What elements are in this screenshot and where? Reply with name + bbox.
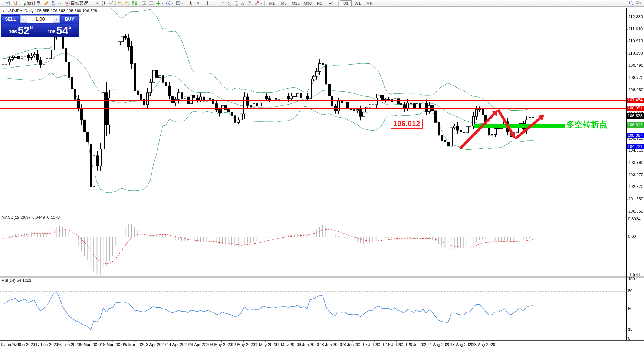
chart-canvas[interactable] [0, 7, 644, 349]
templates-dropdown-arrow[interactable]: ▾ [181, 1, 184, 5]
crayon-button[interactable] [43, 0, 50, 6]
toolbar-separator [338, 1, 339, 6]
periods-dropdown-arrow[interactable]: ▾ [171, 1, 174, 5]
new-order-icon [21, 0, 27, 6]
buy-button[interactable]: BUY [61, 15, 78, 23]
data-window-button[interactable] [11, 0, 18, 6]
line-chart-button[interactable] [107, 0, 114, 6]
data-window-icon [12, 0, 17, 6]
channel-tool-button[interactable]: E [225, 0, 232, 6]
svg-text:F: F [236, 4, 238, 6]
horizontal-line-tool-button[interactable] [211, 0, 218, 6]
sell-price-display[interactable]: 106 52 8 [2, 24, 40, 36]
auto-scroll-icon [141, 0, 147, 6]
price-note-box[interactable]: 106.012 [391, 119, 423, 129]
signals-icon [58, 0, 63, 6]
one-click-trading-panel: SELL ▼ ▲ BUY 106 52 8 106 54 6 [1, 14, 79, 37]
title-marker-icon: ▲ [2, 10, 5, 13]
indicators-dropdown-arrow[interactable]: ▾ [161, 1, 164, 5]
toolbar-separator [19, 1, 19, 6]
new-order-button[interactable]: 新订单 [20, 0, 43, 6]
toolbar-separator [186, 1, 186, 6]
sell-price-prefix: 106 [9, 29, 17, 34]
toolbar-grip [1, 1, 3, 6]
indicators-button[interactable]: ▾ [155, 0, 165, 6]
symbol-ohlc-text: USDJPY-,Daily 105.855 106.693 105.596 10… [6, 9, 97, 13]
expert-advisors-icon [50, 0, 56, 6]
zoom-in-icon [118, 0, 123, 6]
arrows-tool-button[interactable]: ▾ [253, 0, 263, 6]
trendline-icon [219, 0, 224, 6]
chart-shift-icon [148, 0, 154, 6]
templates-button[interactable]: ▾ [175, 0, 185, 6]
signals-button[interactable] [57, 0, 64, 6]
volume-increase-button[interactable]: ▲ [53, 16, 60, 23]
auto-trading-label: 自动交易 [70, 0, 90, 6]
vertical-line-tool-button[interactable] [204, 0, 211, 6]
tile-windows-button[interactable] [131, 0, 138, 6]
svg-text:A: A [241, 1, 244, 6]
chart-window-icon [4, 0, 10, 6]
zoom-out-button[interactable] [124, 0, 131, 6]
timeframe-h4-button[interactable]: H4 [325, 0, 337, 6]
periods-clock-icon [165, 0, 171, 6]
buy-price-display[interactable]: 106 54 6 [40, 24, 78, 36]
turning-point-label[interactable]: 多空转折点 [566, 119, 607, 130]
sell-button[interactable]: SELL [2, 15, 19, 23]
timeframe-w1-button[interactable]: W1 [352, 0, 364, 6]
cursor-tool-button[interactable] [187, 0, 194, 6]
cursor-icon [188, 0, 194, 6]
horizontal-line-icon [212, 0, 217, 6]
templates-icon [175, 0, 181, 6]
text-label-tool-button[interactable]: T [246, 0, 253, 6]
chart-symbol-title: ▲USDJPY-,Daily 105.855 106.693 105.596 1… [2, 9, 97, 13]
crayon-icon [43, 0, 49, 6]
chat-button[interactable] [635, 0, 642, 6]
zoom-in-button[interactable] [117, 0, 124, 6]
timeframe-m30-button[interactable]: M30 [302, 0, 313, 6]
buy-price-main: 54 [56, 26, 68, 35]
sell-price-main: 52 [18, 26, 30, 35]
timeframe-h1-button[interactable]: H1 [313, 0, 325, 6]
timeframe-d1-button[interactable]: D1 [340, 0, 352, 6]
text-tool-button[interactable]: A [239, 0, 246, 6]
buy-price-pip: 6 [69, 24, 71, 30]
timeframe-m5-button[interactable]: M5 [278, 0, 290, 6]
vertical-line-icon [205, 0, 210, 6]
search-button[interactable] [628, 0, 635, 6]
zoom-out-icon [125, 0, 130, 6]
bar-chart-icon [94, 0, 99, 6]
auto-trading-button[interactable]: 自动交易 [64, 0, 91, 6]
candlestick-chart-icon [101, 0, 106, 6]
expert-advisors-button[interactable] [50, 0, 57, 6]
periods-button[interactable]: ▾ [165, 0, 175, 6]
macd-indicator-label: MACD(12,26,9) -0.0449 -0.1078 [1, 215, 60, 220]
arrows-tool-icon [254, 0, 260, 6]
new-order-label: 新订单 [27, 0, 42, 6]
candlestick-chart-button[interactable] [100, 0, 107, 6]
timeframe-m15-button[interactable]: M15 [290, 0, 302, 6]
chart-shift-button[interactable] [148, 0, 155, 6]
indicators-add-icon [155, 0, 161, 6]
volume-input[interactable] [27, 16, 53, 23]
toolbar-separator [139, 1, 139, 6]
toolbar-separator [92, 1, 92, 6]
arrows-dropdown-arrow[interactable]: ▾ [260, 1, 263, 5]
main-toolbar: 新订单 自动交易 ▾ ▾ ▾ E F A T ▾ M1 M5 M15 M30 H… [0, 0, 644, 7]
toolbar-separator [377, 1, 377, 6]
toolbar-separator [115, 1, 116, 6]
timeframe-mn-button[interactable]: MN [364, 0, 375, 6]
auto-scroll-button[interactable] [141, 0, 148, 6]
trendline-tool-button[interactable] [218, 0, 225, 6]
chart-window-button[interactable] [4, 0, 11, 6]
fibonacci-tool-button[interactable]: F [232, 0, 239, 6]
fibonacci-icon: F [233, 0, 239, 6]
sell-price-pip: 8 [30, 24, 33, 30]
volume-decrease-button[interactable]: ▼ [20, 16, 27, 23]
rsi-indicator-label: RSI(14) 54.1282 [1, 278, 32, 283]
line-chart-icon [108, 0, 114, 6]
crosshair-tool-button[interactable] [194, 0, 201, 6]
timeframe-m1-button[interactable]: M1 [266, 0, 278, 6]
bar-chart-button[interactable] [93, 0, 100, 6]
text-icon: A [240, 0, 246, 6]
